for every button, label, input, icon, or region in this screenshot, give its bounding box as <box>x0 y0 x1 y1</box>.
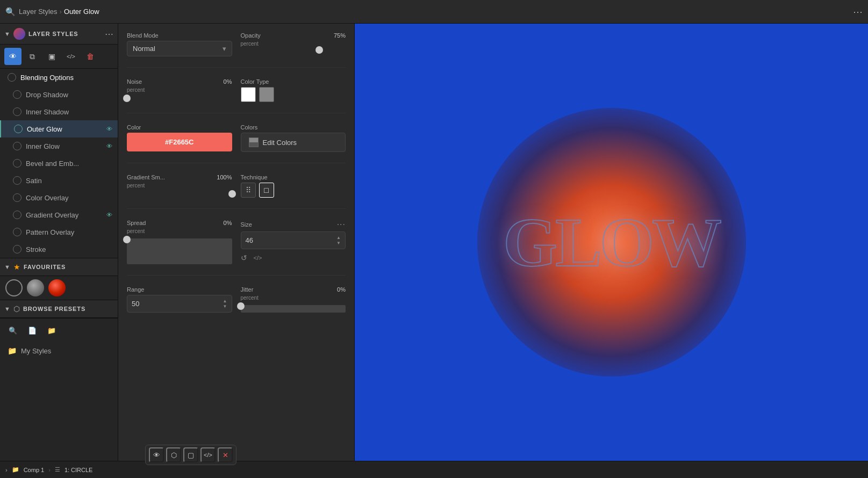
sidebar-item-pattern-overlay[interactable]: Pattern Overlay <box>0 223 118 241</box>
jitter-sublabel: percent <box>241 295 346 301</box>
spread-slider[interactable] <box>127 238 232 264</box>
sidebar-item-outer-glow[interactable]: Outer Glow 👁 <box>0 120 118 137</box>
noise-thumb[interactable] <box>123 95 131 102</box>
sidebar-item-my-styles[interactable]: 📁 My Styles <box>0 342 118 359</box>
sidebar-item-blending-options[interactable]: Blending Options <box>0 69 118 86</box>
size-label: Size <box>241 221 252 228</box>
copy-tool-btn[interactable]: ⧉ <box>24 48 41 65</box>
toolbar-eye-btn[interactable]: 👁 <box>149 447 164 462</box>
comp-icon-2: ☰ <box>55 466 60 473</box>
layer-styles-more[interactable]: ⋯ <box>105 29 113 39</box>
size-more-icon[interactable]: ··· <box>337 220 346 229</box>
color-overlay-icon <box>13 193 21 202</box>
size-up-btn[interactable]: ▲ <box>336 235 341 241</box>
jitter-thumb[interactable] <box>237 302 245 310</box>
outer-glow-label: Outer Glow <box>27 125 102 133</box>
sidebar-item-gradient-overlay[interactable]: Gradient Overlay 👁 <box>0 206 118 223</box>
edit-colors-button[interactable]: Edit Colors <box>241 133 346 152</box>
code-icon[interactable]: </> <box>254 255 262 261</box>
sidebar-item-drop-shadow[interactable]: Drop Shadow <box>0 86 118 103</box>
opacity-value: 75% <box>329 32 346 39</box>
collapse-icon[interactable]: ▼ <box>4 31 10 37</box>
tool-row: 👁 ⧉ ▣ </> 🗑 <box>0 45 118 69</box>
middle-panel: Blend Mode Normal ▾ Opacity 75% percent <box>118 24 355 461</box>
blend-mode-label: Blend Mode <box>127 32 232 39</box>
divider-2 <box>127 113 346 113</box>
sidebar-item-stroke[interactable]: Stroke <box>0 241 118 258</box>
blend-mode-dropdown[interactable]: Normal ▾ <box>127 41 232 56</box>
gradient-sublabel: percent <box>127 183 232 189</box>
toolbar-code-btn[interactable]: </> <box>200 447 216 462</box>
toolbar-frame-btn[interactable]: ▢ <box>183 447 198 462</box>
technique-icons: ⠿ □ <box>241 183 346 198</box>
more-icon[interactable]: ⋯ <box>853 6 863 18</box>
nav-list: Blending Options Drop Shadow Inner Shado… <box>0 69 118 258</box>
outer-glow-eye[interactable]: 👁 <box>106 126 112 132</box>
gradient-thumb[interactable] <box>228 190 236 198</box>
technique-square-btn[interactable]: □ <box>259 183 274 198</box>
toolbar-delete-btn[interactable]: ✕ <box>218 447 233 462</box>
color-picker-button[interactable]: #F2665C <box>127 133 232 151</box>
technique-dots-btn[interactable]: ⠿ <box>241 183 256 198</box>
opacity-thumb[interactable] <box>315 46 323 54</box>
gradient-smooth-label: Gradient Sm... <box>127 174 165 180</box>
size-down-btn[interactable]: ▼ <box>336 241 341 246</box>
sidebar-item-satin[interactable]: Satin <box>0 172 118 189</box>
eye-tool-btn[interactable]: 👁 <box>4 48 21 65</box>
jitter-group: Jitter 0% percent <box>241 286 346 313</box>
browse-file-btn[interactable]: 📄 <box>24 322 41 339</box>
sidebar-item-color-overlay[interactable]: Color Overlay <box>0 189 118 206</box>
noise-sublabel: percent <box>127 87 232 93</box>
inner-glow-eye[interactable]: 👁 <box>106 143 112 149</box>
gradient-smooth-group: Gradient Sm... 100% percent <box>127 174 232 193</box>
color-label: Color <box>127 124 232 131</box>
preset-gray-swatch[interactable] <box>27 279 44 296</box>
range-up-btn[interactable]: ▲ <box>223 299 227 304</box>
delete-tool-btn[interactable]: 🗑 <box>82 48 99 65</box>
inner-glow-label: Inner Glow <box>26 142 102 150</box>
size-spinners: ▲ ▼ <box>336 235 341 245</box>
color-colors-row: Color #F2665C Colors Edit Colors <box>127 124 346 152</box>
breadcrumb-parent[interactable]: Layer Styles <box>19 8 58 16</box>
layer-tool-btn[interactable]: ▣ <box>43 48 60 65</box>
glow-text-display: GLOW <box>503 202 720 283</box>
spread-value: 0% <box>216 220 232 226</box>
browse-collapse-icon[interactable]: ▼ <box>4 306 10 312</box>
inner-glow-icon <box>13 142 21 150</box>
inner-shadow-label: Inner Shadow <box>26 108 112 116</box>
reset-icon[interactable]: ↺ <box>241 254 247 262</box>
size-input-box[interactable]: 46 ▲ ▼ <box>241 231 346 249</box>
browse-tool-row: 🔍 📄 📁 <box>0 318 118 342</box>
sidebar-item-inner-glow[interactable]: Inner Glow 👁 <box>0 137 118 155</box>
preset-red-swatch[interactable] <box>48 279 66 296</box>
blend-mode-group: Blend Mode Normal ▾ <box>127 32 232 56</box>
sidebar-item-inner-shadow[interactable]: Inner Shadow <box>0 103 118 120</box>
browse-presets-section: ▼ ⬡ BROWSE PRESETS 🔍 📄 📁 📁 My Styles <box>0 300 118 359</box>
drop-shadow-icon <box>13 90 21 99</box>
range-down-btn[interactable]: ▼ <box>223 304 227 309</box>
code-tool-btn[interactable]: </> <box>62 48 80 65</box>
comp-arrow[interactable]: › <box>5 467 8 473</box>
spread-thumb[interactable] <box>123 236 131 243</box>
jitter-slider[interactable] <box>241 305 346 313</box>
sidebar-item-bevel-emboss[interactable]: Bevel and Emb... <box>0 155 118 172</box>
gradient-overlay-eye[interactable]: 👁 <box>106 212 112 218</box>
colors-group: Colors Edit Colors <box>241 124 346 152</box>
canvas-area: GLOW <box>355 24 868 461</box>
breadcrumb-sep: › <box>60 8 62 16</box>
pattern-overlay-label: Pattern Overlay <box>26 228 112 236</box>
preset-ring-swatch[interactable] <box>5 279 23 296</box>
search-icon[interactable]: 🔍 <box>5 7 16 17</box>
toolbar-save-btn[interactable]: ⬡ <box>166 447 181 462</box>
color-type-gradient[interactable] <box>259 87 274 102</box>
browse-folder-btn[interactable]: 📁 <box>43 322 60 339</box>
favourites-presets <box>0 276 118 300</box>
fav-collapse-icon[interactable]: ▼ <box>4 264 10 270</box>
opacity-sublabel: percent <box>241 41 346 47</box>
color-type-solid[interactable] <box>241 87 256 102</box>
blend-mode-value: Normal <box>133 45 155 53</box>
favourites-header: ▼ ★ FAVOURITES <box>0 258 118 276</box>
size-label-row: Size ··· <box>241 220 346 229</box>
range-input-box[interactable]: 50 ▲ ▼ <box>127 295 232 313</box>
browse-search-btn[interactable]: 🔍 <box>4 322 21 339</box>
